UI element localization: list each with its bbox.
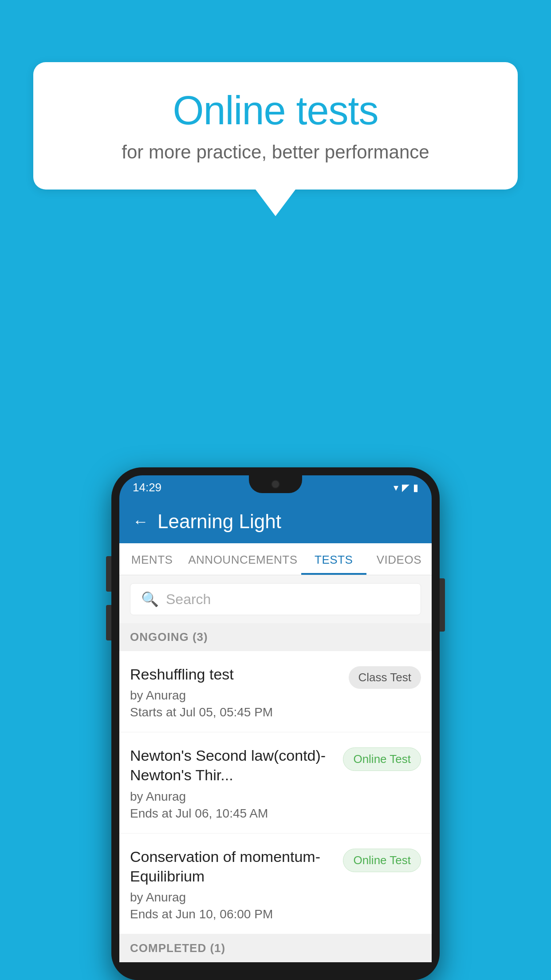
test-info-reshuffling: Reshuffling test by Anurag Starts at Jul…: [130, 664, 349, 719]
test-info-conservation: Conservation of momentum-Equilibrium by …: [130, 847, 343, 921]
front-camera: [271, 480, 280, 489]
tabs-bar: MENTS ANNOUNCEMENTS TESTS VIDEOS: [119, 543, 432, 575]
test-name-newtons: Newton's Second law(contd)-Newton's Thir…: [130, 746, 334, 785]
status-bar: 14:29 ▾ ◤ ▮: [119, 475, 432, 500]
status-time: 14:29: [133, 481, 161, 494]
ongoing-section-header: ONGOING (3): [119, 623, 432, 651]
volume-up-button: [106, 556, 111, 592]
tab-tests[interactable]: TESTS: [301, 543, 366, 575]
tab-announcements[interactable]: ANNOUNCEMENTS: [185, 543, 301, 575]
badge-online-test-2: Online Test: [343, 849, 421, 872]
test-info-newtons: Newton's Second law(contd)-Newton's Thir…: [130, 746, 343, 820]
back-button[interactable]: ←: [133, 512, 149, 531]
badge-online-test-1: Online Test: [343, 747, 421, 771]
test-item-reshuffling[interactable]: Reshuffling test by Anurag Starts at Jul…: [119, 651, 432, 732]
search-placeholder: Search: [166, 591, 211, 608]
battery-icon: ▮: [413, 482, 418, 494]
speech-bubble-container: Online tests for more practice, better p…: [33, 62, 518, 216]
app-title: Learning Light: [157, 510, 281, 533]
test-by-newtons: by Anurag: [130, 790, 334, 804]
search-container: 🔍 Search: [119, 575, 432, 623]
signal-icon: ◤: [402, 482, 409, 494]
wifi-icon: ▾: [394, 482, 398, 494]
test-name-conservation: Conservation of momentum-Equilibrium: [130, 847, 334, 886]
speech-bubble-tail: [256, 190, 295, 216]
phone-screen: ← Learning Light MENTS ANNOUNCEMENTS TES…: [119, 500, 432, 962]
phone-bottom: [119, 962, 432, 980]
test-name-reshuffling: Reshuffling test: [130, 664, 340, 684]
completed-section-title: COMPLETED (1): [130, 941, 225, 955]
test-by-reshuffling: by Anurag: [130, 688, 340, 703]
search-icon: 🔍: [141, 591, 159, 608]
tests-list: Reshuffling test by Anurag Starts at Jul…: [119, 651, 432, 934]
ongoing-section-title: ONGOING (3): [130, 630, 208, 644]
tab-videos[interactable]: VIDEOS: [366, 543, 432, 575]
app-header: ← Learning Light: [119, 500, 432, 543]
test-time-newtons: Ends at Jul 06, 10:45 AM: [130, 806, 334, 821]
phone-wrapper: 14:29 ▾ ◤ ▮ ← Learning Light MENTS: [111, 467, 440, 980]
test-item-newtons[interactable]: Newton's Second law(contd)-Newton's Thir…: [119, 732, 432, 833]
speech-bubble-title: Online tests: [69, 89, 482, 133]
speech-bubble: Online tests for more practice, better p…: [33, 62, 518, 190]
power-button: [440, 578, 445, 632]
status-icons: ▾ ◤ ▮: [394, 482, 418, 494]
search-box[interactable]: 🔍 Search: [130, 583, 421, 615]
test-time-conservation: Ends at Jun 10, 06:00 PM: [130, 907, 334, 921]
volume-down-button: [106, 605, 111, 640]
speech-bubble-subtitle: for more practice, better performance: [69, 142, 482, 163]
phone-device: 14:29 ▾ ◤ ▮ ← Learning Light MENTS: [111, 467, 440, 980]
test-by-conservation: by Anurag: [130, 890, 334, 905]
completed-section-header: COMPLETED (1): [119, 934, 432, 962]
test-item-conservation[interactable]: Conservation of momentum-Equilibrium by …: [119, 834, 432, 934]
phone-notch: [249, 475, 302, 493]
tab-ments[interactable]: MENTS: [119, 543, 185, 575]
test-time-reshuffling: Starts at Jul 05, 05:45 PM: [130, 705, 340, 719]
badge-class-test: Class Test: [349, 666, 421, 689]
